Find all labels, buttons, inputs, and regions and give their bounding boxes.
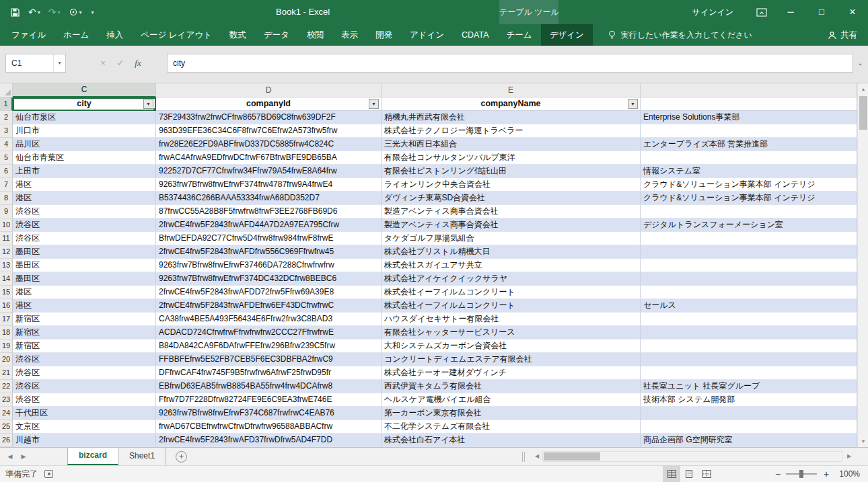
scroll-left-icon[interactable]: ◀: [532, 448, 542, 465]
cell-F1[interactable]: [641, 97, 857, 111]
redo-button[interactable]: ↷ ▾: [45, 3, 64, 21]
cell-company-id[interactable]: 2frwCE4frw5F2843frwAFD37frwDfrw5AD4F7DD: [156, 434, 382, 447]
cell-city[interactable]: 渋谷区: [13, 353, 156, 366]
cell-company-name[interactable]: 西武伊賀キタムラ有限会社: [382, 380, 641, 393]
cell-department[interactable]: [641, 245, 857, 259]
row-header[interactable]: 17: [0, 313, 13, 326]
cell-company-name[interactable]: 有限会社コンサルタンツバルブ東洋: [382, 151, 641, 165]
cell-company-name[interactable]: タケダゴルフ厚湯気組合: [382, 232, 641, 245]
cell-company-id[interactable]: 9263frw7Bfrw8frwEfrwF37466DA7288Cfrwfrwf…: [156, 259, 382, 272]
filter-button-city[interactable]: ▼: [143, 99, 153, 109]
row-header[interactable]: 14: [0, 272, 13, 286]
cell-company-name[interactable]: 株式会社白石アイ本社: [382, 434, 641, 447]
row-header[interactable]: 22: [0, 380, 13, 393]
cell-city[interactable]: 上田市: [13, 165, 156, 178]
vertical-scrollbar-thumb[interactable]: [859, 96, 867, 130]
cell-city[interactable]: 港区: [13, 286, 156, 299]
row-header[interactable]: 10: [0, 218, 13, 232]
undo-dropdown-icon[interactable]: ▾: [38, 9, 40, 15]
row-header[interactable]: 8: [0, 192, 13, 205]
maximize-button[interactable]: □: [806, 0, 837, 24]
name-box[interactable]: C1 ▾: [5, 54, 66, 73]
cell-department[interactable]: [641, 232, 857, 245]
cell-company-id[interactable]: B5374436C266BAAA53334frwA68DD352D7: [156, 192, 382, 205]
cell-company-id[interactable]: EBfrwD63EAB5frwB8854BA55frw4frw4DCAfrw8: [156, 380, 382, 393]
cell-company-id[interactable]: 2frwCE4frw5F2843frwAFDEfrw6EF43DCfrwfrwC: [156, 299, 382, 313]
cell-city[interactable]: 仙台市青葉区: [13, 151, 156, 165]
cell-company-name[interactable]: 精機丸井西武有限会社: [382, 111, 641, 124]
cell-company-name[interactable]: 株式会社アイケイクイックサラヤ: [382, 272, 641, 286]
ribbon-display-options-button[interactable]: [748, 0, 775, 24]
select-all-button[interactable]: [0, 83, 13, 97]
cell-city[interactable]: 渋谷区: [13, 205, 156, 218]
cell-department[interactable]: 社長室ユニット 社長室グループ: [641, 380, 857, 393]
zoom-in-button[interactable]: +: [821, 466, 832, 482]
cell-department[interactable]: 商品企画部 G空間研究室: [641, 434, 857, 447]
cell-company-id[interactable]: 73F29433frw2frwCFfrw8657BD69C8frw639DF2F: [156, 111, 382, 124]
insert-function-icon[interactable]: fx: [129, 54, 147, 73]
cell-company-id[interactable]: 963D39EFE36C34C6F8frw7C6Efrw2A573frw5frw: [156, 124, 382, 138]
row-header[interactable]: 20: [0, 353, 13, 366]
sign-in-button[interactable]: サインイン: [678, 0, 748, 24]
row-header[interactable]: 11: [0, 232, 13, 245]
row-header[interactable]: 16: [0, 299, 13, 313]
cell-department[interactable]: [641, 259, 857, 272]
cell-city[interactable]: 新宿区: [13, 326, 156, 339]
zoom-slider[interactable]: [786, 473, 817, 475]
share-button[interactable]: 共有: [817, 24, 868, 46]
redo-dropdown-icon[interactable]: ▾: [57, 9, 60, 15]
row-header[interactable]: 4: [0, 138, 13, 151]
row-header[interactable]: 13: [0, 259, 13, 272]
cell-company-name[interactable]: 三光大和西日本組合: [382, 138, 641, 151]
cell-department[interactable]: [641, 407, 857, 420]
sheet-tab-bizcard[interactable]: bizcard: [67, 448, 118, 465]
cell-company-name[interactable]: 不二化学システムズ有限会社: [382, 420, 641, 434]
filter-button-company-id[interactable]: ▼: [369, 99, 379, 109]
cell-department[interactable]: エンタープライズ本部 営業推進部: [641, 138, 857, 151]
row-header[interactable]: 9: [0, 205, 13, 218]
cell-company-id[interactable]: 922527D7CF77Cfrwfrw34Ffrw79A54frwE8A64fr…: [156, 165, 382, 178]
normal-view-button[interactable]: [663, 466, 680, 482]
tab-cdata[interactable]: CDATA: [453, 24, 498, 46]
row-header[interactable]: 25: [0, 420, 13, 434]
cell-city[interactable]: 渋谷区: [13, 232, 156, 245]
row-header[interactable]: 15: [0, 286, 13, 299]
cell-C1-selected[interactable]: city ▼: [13, 97, 156, 111]
cell-department[interactable]: クラウド&ソリューション事業本部 インテリジ: [641, 192, 857, 205]
cell-city[interactable]: 新宿区: [13, 313, 156, 326]
cell-company-id[interactable]: 87frwCC55A28B8F5frwfrw8frwF3EE2768FB69D6: [156, 205, 382, 218]
page-break-view-button[interactable]: [698, 466, 715, 482]
vertical-scrollbar[interactable]: ▲ ▼: [857, 83, 868, 447]
cell-city[interactable]: 渋谷区: [13, 380, 156, 393]
cell-company-id[interactable]: 9263frw7Bfrw8frwEfrwF374frw4787frw9A4frw…: [156, 178, 382, 192]
row-header[interactable]: 26: [0, 434, 13, 447]
row-header[interactable]: 18: [0, 326, 13, 339]
tab-page-layout[interactable]: ページ レイアウト: [132, 24, 221, 46]
row-header-1[interactable]: 1: [0, 97, 13, 111]
cell-company-id[interactable]: frwAC4AfrwA9EDfrwDCfrwF67BfrwBFE9DB65BA: [156, 151, 382, 165]
row-header[interactable]: 12: [0, 245, 13, 259]
filter-button-company-name[interactable]: ▼: [628, 99, 638, 109]
minimize-button[interactable]: ─: [775, 0, 806, 24]
cell-city[interactable]: 文京区: [13, 420, 156, 434]
touch-mode-button[interactable]: ▾: [65, 3, 85, 21]
tab-design-active[interactable]: デザイン: [541, 24, 593, 46]
cell-department[interactable]: [641, 366, 857, 380]
row-header[interactable]: 5: [0, 151, 13, 165]
horizontal-scrollbar-thumb[interactable]: [544, 452, 600, 460]
row-header[interactable]: 2: [0, 111, 13, 124]
cell-department[interactable]: クラウド&ソリューション事業本部 インテリジ: [641, 178, 857, 192]
cell-city[interactable]: 渋谷区: [13, 218, 156, 232]
cell-department[interactable]: 技術本部 システム開発部: [641, 393, 857, 407]
tab-review[interactable]: 校閲: [298, 24, 332, 46]
tab-data[interactable]: データ: [255, 24, 298, 46]
cell-department[interactable]: [641, 124, 857, 138]
cell-company-name[interactable]: 第一カーボン東京有限会社: [382, 407, 641, 420]
row-header[interactable]: 24: [0, 407, 13, 420]
cell-D1[interactable]: companyId ▼: [156, 97, 382, 111]
cancel-entry-icon[interactable]: ×: [94, 54, 112, 73]
tab-add-ins[interactable]: アドイン: [401, 24, 453, 46]
cell-company-name[interactable]: 大和システムズカーボン合資会社: [382, 339, 641, 353]
confirm-entry-icon[interactable]: ✓: [112, 54, 129, 73]
cell-department[interactable]: 情報システム室: [641, 165, 857, 178]
